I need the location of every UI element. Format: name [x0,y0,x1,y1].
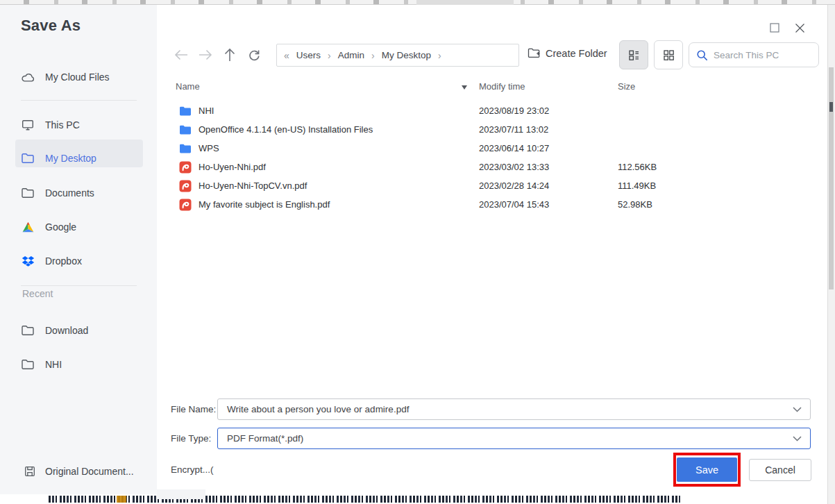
breadcrumb-collapse-icon[interactable]: « [284,50,289,61]
file-list-header: Name Modify time Size [176,81,811,94]
file-type-icon [179,180,192,192]
file-name: Ho-Uyen-Nhi.pdf [199,162,266,172]
breadcrumb[interactable]: « Users › Admin › My Desktop › [276,44,519,67]
maximize-button[interactable] [767,20,782,35]
file-type-icon [179,142,192,155]
save-button[interactable]: Save [677,457,737,482]
refresh-button[interactable] [246,47,262,63]
folder-icon [21,151,35,165]
arrow-right-icon [198,49,213,61]
create-folder-icon [528,47,541,59]
sidebar-item-nhi[interactable]: NHI [21,355,62,374]
table-row[interactable]: My favorite subject is English.pdf 2023/… [176,195,811,214]
folder-icon [21,324,35,337]
grid-view-icon [662,49,675,62]
breadcrumb-item-my-desktop[interactable]: My Desktop [382,50,431,60]
chevron-down-icon[interactable] [793,436,802,442]
save-original-icon [24,465,36,478]
encrypt-button[interactable]: Encrypt...( [171,464,214,475]
table-row[interactable]: Ho-Uyen-Nhi.pdf 2023/03/02 13:33 112.56K… [176,158,811,176]
folder-icon [21,186,35,200]
search-input[interactable] [714,50,804,60]
sidebar-item-my-desktop[interactable]: My Desktop [21,149,96,168]
pdf-file-icon [179,199,192,211]
file-size: 111.49KB [618,180,811,191]
file-name-input[interactable]: Write about a person you love or admire.… [217,398,811,420]
screen: Save As My Cloud Files This PC My De [0,0,835,504]
background-scrollbar-track [827,5,835,504]
sidebar-item-label: This PC [45,119,80,131]
list-view-button[interactable] [619,40,648,69]
folder-icon [179,106,192,117]
column-header-name[interactable]: Name [176,81,200,92]
background-toolbar-chip [416,0,514,5]
background-scrollbar-thumb[interactable] [829,67,834,289]
file-modified-time: 2023/02/28 14:24 [479,180,618,191]
sidebar-item-google[interactable]: Google [21,217,76,237]
file-list-body: NHI 2023/08/19 23:02 OpenOffice 4.1.14 (… [176,101,811,214]
file-name: Ho-Uyen-Nhi-TopCV.vn.pdf [199,180,307,191]
file-name: OpenOffice 4.1.14 (en-US) Installation F… [199,124,373,135]
cancel-button[interactable]: Cancel [749,459,811,481]
file-size: 52.98KB [618,199,811,210]
forward-button[interactable] [197,47,214,63]
original-document-button[interactable]: Original Document... [24,462,134,481]
file-modified-time: 2023/03/02 13:33 [479,162,618,172]
table-row[interactable]: OpenOffice 4.1.14 (en-US) Installation F… [176,120,811,139]
sidebar-item-label: Documents [45,187,94,199]
sidebar: Save As My Cloud Files This PC My De [0,5,157,494]
search-box[interactable] [689,42,819,67]
google-drive-icon [21,220,35,234]
file-modified-time: 2023/07/04 15:43 [479,199,618,210]
sidebar-item-this-pc[interactable]: This PC [21,115,80,135]
table-row[interactable]: WPS 2023/06/14 10:27 [176,139,811,158]
up-button[interactable] [221,47,238,63]
file-type-input[interactable]: PDF Format(*.pdf) [217,428,811,449]
file-type-icon [179,105,192,117]
cloud-icon [21,70,35,84]
file-modified-time: 2023/07/11 13:02 [479,124,618,135]
file-modified-time: 2023/08/19 23:02 [479,106,618,116]
close-button[interactable] [792,20,807,35]
file-type-icon [179,124,192,136]
chevron-right-icon: › [369,50,378,61]
grid-view-button[interactable] [654,40,683,69]
column-header-size[interactable]: Size [618,81,635,92]
create-folder-label: Create Folder [546,48,607,59]
sidebar-item-label: Download [45,325,88,336]
folder-icon [179,143,192,154]
file-type-icon [179,199,192,211]
breadcrumb-item-users[interactable]: Users [296,50,321,60]
chevron-right-icon: › [435,50,444,61]
sidebar-item-download[interactable]: Download [21,321,88,340]
maximize-icon [770,23,779,33]
background-document-highlight [117,496,126,503]
file-name: My favorite subject is English.pdf [199,199,330,210]
list-view-icon [627,49,641,62]
sidebar-item-documents[interactable]: Documents [21,183,94,203]
sidebar-divider [21,100,137,101]
dialog-bottom-corner [157,489,205,499]
search-icon [696,49,708,61]
background-document-text [49,496,680,503]
breadcrumb-item-admin[interactable]: Admin [338,50,364,60]
dialog-title: Save As [21,17,81,35]
arrow-left-icon [174,49,189,61]
file-modified-time: 2023/06/14 10:27 [479,143,618,153]
sidebar-item-dropbox[interactable]: Dropbox [21,251,82,271]
sort-descending-icon[interactable] [462,85,467,90]
arrow-up-icon [223,47,236,62]
dropbox-icon [21,254,35,268]
table-row[interactable]: NHI 2023/08/19 23:02 [176,101,811,120]
file-name-value: Write about a person you love or admire.… [227,404,409,414]
close-icon [795,23,805,33]
table-row[interactable]: Ho-Uyen-Nhi-TopCV.vn.pdf 2023/02/28 14:2… [176,176,811,195]
chevron-down-icon[interactable] [793,407,802,412]
pdf-file-icon [179,161,192,174]
back-button[interactable] [173,47,189,63]
sidebar-item-my-cloud-files[interactable]: My Cloud Files [21,67,110,87]
column-header-modified[interactable]: Modify time [479,81,525,92]
background-document [0,494,827,504]
sidebar-item-label: Dropbox [45,255,82,267]
create-folder-button[interactable]: Create Folder [528,47,607,59]
